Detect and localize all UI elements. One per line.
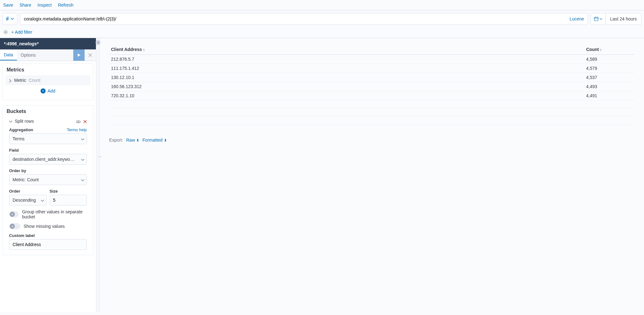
chevron-down-icon[interactable] [9,119,12,124]
cell-count: 4,493 [584,82,635,91]
buckets-title: Buckets [3,105,93,117]
chevron-down-icon [11,18,14,20]
sidebar: *:4996_newlogs* Data Options Metrics Met… [0,38,96,312]
table-row[interactable]: 160.56.123.3124,493 [109,82,635,91]
date-quick-select-button[interactable] [591,13,606,25]
date-picker: Last 24 hours [591,13,641,25]
cell-count: 4,579 [584,64,635,73]
table-row[interactable]: 130.12.10.14,537 [109,73,635,82]
size-label: Size [50,189,87,194]
column-header-count[interactable]: Count⇅ [584,44,635,55]
group-other-row: ✕ Group other values in separate bucket [3,207,93,221]
custom-label-input[interactable] [9,239,87,250]
cell-count: 4,491 [584,91,635,100]
order-by-select[interactable]: Metric: Count [9,174,87,185]
group-other-label: Group other values in separate bucket [22,209,87,219]
filter-settings-button[interactable] [3,29,8,35]
column-header-client-address[interactable]: Client Address⇅ [109,44,584,55]
sort-icon: ⇅ [599,48,602,52]
refresh-link[interactable]: Refresh [58,3,73,8]
chevron-right-icon [9,78,12,83]
export-formatted-link[interactable]: Formatted ⬇ [142,138,167,143]
cell-count: 4,537 [584,73,635,82]
chevron-down-icon [600,18,602,20]
close-icon [88,53,92,57]
buckets-panel: Buckets Split rows Aggregation Terms hel… [3,105,93,255]
metric-row[interactable]: Metric Count [5,75,91,85]
query-language-toggle[interactable]: Lucene [569,16,584,21]
main: *:4996_newlogs* Data Options Metrics Met… [0,38,644,312]
drag-handle-icon: ⋮ [97,155,102,159]
cell-count: 4,589 [584,55,635,64]
index-pattern-header[interactable]: *:4996_newlogs* [0,38,96,49]
discard-changes-button[interactable] [85,49,96,61]
eye-icon [76,120,81,124]
metrics-panel: Metrics Metric Count + Add [3,64,93,100]
metric-sublabel: Count [29,78,40,83]
cell-client-address: 130.12.10.1 [109,73,584,82]
group-other-switch[interactable]: ✕ [9,211,19,217]
add-filter-button[interactable]: + Add filter [11,30,32,35]
add-metric-button[interactable]: + Add [3,85,93,97]
content-area: Client Address⇅ Count⇅ 212.876.5.74,5891… [100,38,644,312]
date-range-label[interactable]: Last 24 hours [606,13,641,25]
field-select[interactable]: destination.client_addr.keywo… [9,154,87,165]
calendar-icon [594,17,598,21]
export-row: Export: Raw ⬇ Formatted ⬇ [109,138,635,143]
download-icon: ⬇ [136,138,139,143]
show-missing-switch[interactable]: ✕ [9,223,20,229]
sidebar-tabs: Data Options [0,49,96,61]
query-input[interactable] [24,13,569,25]
tab-data[interactable]: Data [0,50,17,60]
filter-glyph: # [6,16,9,22]
aggregation-select[interactable]: Terms [9,133,87,144]
top-menu: Save Share Inspect Refresh [0,0,644,10]
save-link[interactable]: Save [3,3,13,8]
sort-icon: ⇅ [142,48,145,52]
share-link[interactable]: Share [19,3,31,8]
table-row-empty [109,109,635,117]
table-row[interactable]: 720.32.1.104,491 [109,91,635,100]
apply-changes-button[interactable] [73,49,85,61]
chevron-left-icon [97,41,99,44]
table-row[interactable]: 212.876.5.74,589 [109,55,635,64]
export-label: Export: [109,138,123,143]
data-table: Client Address⇅ Count⇅ 212.876.5.74,5891… [109,44,635,125]
cell-client-address: 111.175.1.412 [109,64,584,73]
play-icon [77,53,81,57]
svg-point-5 [78,121,79,122]
cell-client-address: 212.876.5.7 [109,55,584,64]
metrics-title: Metrics [3,64,93,75]
show-missing-label: Show missing values [24,224,65,229]
svg-rect-0 [594,17,598,21]
plus-circle-icon: + [41,88,46,93]
filter-bar: + Add filter [0,27,644,38]
toggle-visibility-button[interactable] [76,119,81,124]
order-select[interactable]: Descending [9,195,47,205]
remove-bucket-button[interactable] [83,119,87,124]
table-row-empty [109,100,635,109]
gear-icon [3,30,8,35]
table-row-empty [109,117,635,125]
order-by-label: Order by [9,168,87,173]
export-raw-link[interactable]: Raw ⬇ [126,138,139,143]
cell-client-address: 720.32.1.10 [109,91,584,100]
tab-options[interactable]: Options [17,50,40,60]
query-bar: # Lucene Last 24 hours [0,10,644,27]
sidebar-resize-handle[interactable]: ⋮ [96,38,100,312]
table-row[interactable]: 111.175.1.4124,579 [109,64,635,73]
query-input-wrapper: Lucene [20,13,588,25]
close-icon [83,120,87,123]
svg-point-4 [5,31,6,33]
field-label: Field [9,148,87,153]
terms-help-link[interactable]: Terms help [67,127,87,132]
size-input[interactable] [50,195,87,205]
inspect-link[interactable]: Inspect [37,3,52,8]
aggregation-label: Aggregation [9,127,33,132]
add-metric-label: Add [47,88,55,93]
custom-label-label: Custom label [9,233,87,238]
show-missing-row: ✕ Show missing values [3,221,93,231]
index-filter-button[interactable]: # [3,13,17,25]
cell-client-address: 160.56.123.312 [109,82,584,91]
metric-label: Metric [14,78,26,83]
